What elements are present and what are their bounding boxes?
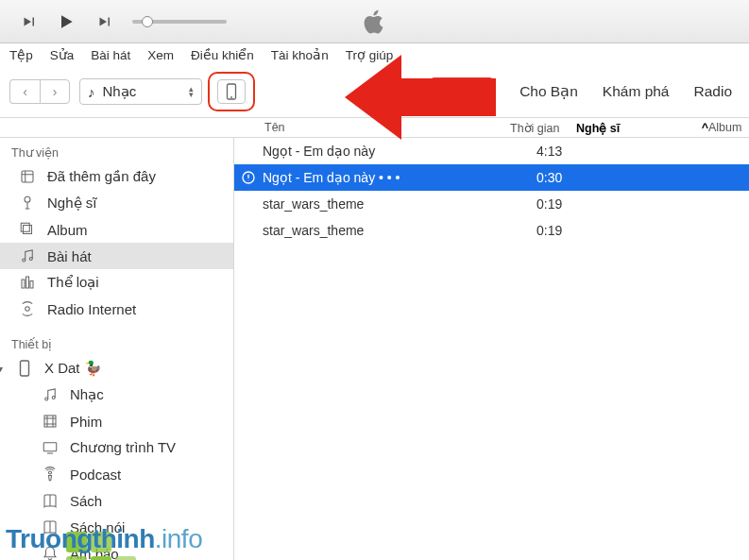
dropdown-label: Nhạc [103, 83, 137, 100]
genre-icon [17, 274, 38, 291]
note-icon [40, 386, 60, 403]
apple-logo [362, 8, 388, 35]
col-album[interactable]: Album [708, 121, 749, 134]
track-row[interactable]: star_wars_theme0:19 [234, 191, 749, 217]
menu-controls[interactable]: Điều khiển [191, 47, 254, 62]
sidebar-item-recent[interactable]: Đã thêm gần đây [0, 163, 233, 190]
sidebar-item-songs[interactable]: Bài hát [0, 243, 233, 269]
podcast-icon [40, 466, 60, 483]
media-type-dropdown[interactable]: ♪ Nhạc ▴▾ [79, 78, 202, 105]
tv-icon [40, 439, 60, 456]
col-time[interactable]: Thời gian [510, 121, 576, 135]
track-row[interactable]: star_wars_theme0:19 [234, 217, 749, 244]
track-time: 0:30 [536, 170, 603, 185]
tab-radio[interactable]: Radio [692, 77, 735, 106]
sidebar-label: Đã thêm gần đây [47, 168, 156, 185]
sidebar-label: Podcast [70, 467, 121, 483]
phone-icon [226, 83, 237, 100]
sidebar-item-albums[interactable]: Album [0, 216, 233, 243]
sidebar-label: Nghệ sĩ [47, 195, 96, 212]
menu-view[interactable]: Xem [147, 48, 174, 62]
sidebar-device-movies[interactable]: Phim [0, 408, 233, 434]
sidebar-device-podcast[interactable]: Podcast [0, 461, 233, 487]
album-icon [17, 221, 38, 238]
track-row[interactable]: Ngọt - Em dạo này4:13 [234, 138, 749, 164]
sidebar-device-music[interactable]: Nhạc [0, 382, 233, 408]
sidebar-label: Chương trình TV [70, 439, 176, 456]
sidebar-label: Album [47, 222, 88, 238]
track-row[interactable]: Ngọt - Em dạo này • • •0:30 [234, 164, 749, 191]
track-list: Ngọt - Em dạo này4:13Ngọt - Em dạo này •… [234, 138, 749, 560]
svg-rect-14 [43, 443, 57, 451]
menu-edit[interactable]: Sửa [50, 47, 75, 62]
sidebar-label: Phim [70, 414, 102, 430]
track-time: 0:19 [536, 196, 603, 212]
svg-point-11 [45, 398, 48, 400]
nav-forward-button[interactable]: › [40, 79, 70, 104]
sidebar-item-genres[interactable]: Thể loại [0, 269, 233, 296]
sidebar-device-audiobooks[interactable]: Sách nói [0, 514, 233, 540]
track-name: Ngọt - Em dạo này • • • [263, 170, 536, 185]
svg-point-7 [23, 259, 26, 262]
sidebar-label: Bài hát [47, 248, 92, 264]
device-highlight-box [208, 72, 255, 111]
svg-rect-10 [21, 361, 29, 376]
main-content: Thư viện Đã thêm gần đây Nghệ sĩ Album B… [0, 138, 749, 560]
volume-slider[interactable] [132, 20, 227, 24]
col-name[interactable]: Tên [236, 121, 510, 134]
nav-row: ‹ › ♪ Nhạc ▴▾ Thư viện Cho Bạn Khám phá … [0, 66, 749, 117]
sidebar-item-internet-radio[interactable]: Radio Internet [0, 296, 233, 322]
tab-foryou[interactable]: Cho Bạn [518, 77, 580, 106]
radio-icon [17, 300, 38, 317]
sidebar-device-books[interactable]: Sách [0, 487, 233, 514]
track-time: 4:13 [536, 144, 603, 159]
menu-account[interactable]: Tài khoản [271, 47, 329, 62]
sidebar-device-tv[interactable]: Chương trình TV [0, 434, 233, 461]
track-time: 0:19 [536, 223, 603, 238]
sidebar-label: Thể loại [47, 274, 99, 291]
svg-rect-6 [21, 223, 29, 231]
svg-rect-5 [24, 226, 32, 234]
sidebar-label: Âm báo [70, 546, 119, 561]
recent-icon [17, 168, 38, 185]
mic-icon [17, 195, 38, 212]
menu-help[interactable]: Trợ giúp [346, 47, 394, 62]
svg-point-4 [25, 196, 30, 202]
col-artist[interactable]: Nghệ sĩ^ [576, 121, 708, 135]
alert-icon [241, 170, 256, 185]
disclosure-triangle-icon[interactable]: ▾ [0, 364, 3, 374]
svg-point-1 [230, 96, 232, 98]
prev-track-button[interactable] [11, 8, 45, 35]
sidebar-header-library: Thư viện [0, 140, 233, 163]
player-toolbar [0, 0, 749, 43]
device-button[interactable] [217, 79, 246, 104]
sidebar-label: Radio Internet [47, 301, 136, 317]
play-button[interactable] [49, 8, 83, 35]
track-name: star_wars_theme [263, 223, 536, 238]
sidebar-device-tones[interactable]: Âm báo [0, 540, 233, 560]
next-track-button[interactable] [87, 8, 121, 35]
nav-back-button[interactable]: ‹ [9, 79, 40, 104]
sidebar-label: Sách [70, 493, 102, 509]
svg-rect-3 [22, 171, 33, 182]
music-note-icon: ♪ [88, 84, 95, 100]
column-headers: Tên Thời gian Nghệ sĩ^ Album [0, 117, 749, 138]
sort-indicator: ^ [702, 121, 708, 134]
tab-library[interactable]: Thư viện [431, 77, 493, 106]
device-name: X Dat 🦆 [44, 360, 102, 377]
menu-file[interactable]: Tệp [9, 47, 33, 62]
book-icon [40, 492, 60, 509]
sidebar-header-devices: Thiết bị [0, 331, 233, 355]
svg-point-15 [49, 471, 52, 474]
tab-browse[interactable]: Khám phá [601, 77, 672, 106]
tone-icon [40, 545, 60, 560]
menu-bar: Tệp Sửa Bài hát Xem Điều khiển Tài khoản… [0, 43, 749, 66]
svg-point-9 [26, 307, 30, 312]
sidebar-device[interactable]: ▾ X Dat 🦆 [0, 355, 233, 382]
phone-icon [14, 360, 35, 377]
film-icon [40, 413, 60, 430]
menu-song[interactable]: Bài hát [91, 48, 130, 62]
sidebar-item-artists[interactable]: Nghệ sĩ [0, 190, 233, 216]
sidebar: Thư viện Đã thêm gần đây Nghệ sĩ Album B… [0, 138, 234, 560]
note-icon [17, 247, 38, 264]
